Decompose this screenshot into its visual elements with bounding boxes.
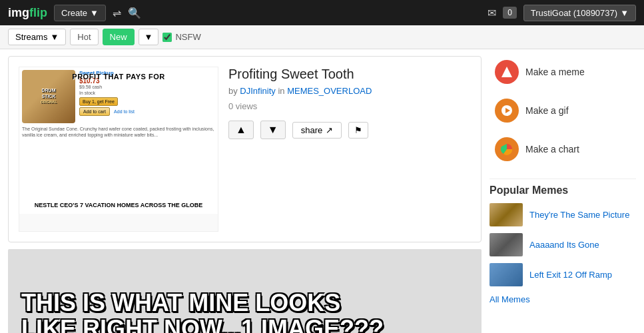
search-icon[interactable]: 🔍: [128, 7, 141, 19]
user-label: TrustiGoat (10890737): [531, 8, 617, 18]
vote-row: ▲ ▼ share ↗ ⚑: [228, 121, 471, 139]
product-mock: DRUMSTICKORIGINAL Sweet Pickup $10.73 $9…: [19, 67, 218, 214]
product-left: DRUMSTICKORIGINAL: [22, 70, 75, 123]
share-icon: ↗: [326, 125, 333, 135]
streams-label: Streams: [15, 32, 47, 42]
post-meta: by DJInfinity in MEMES_OVERLOAD: [228, 86, 471, 96]
downvote-button[interactable]: ▼: [260, 121, 286, 139]
popular-meme-thumb-2: [489, 233, 523, 256]
make-chart-label: Make a chart: [525, 144, 579, 155]
product-cta: Buy 1, get Free: [79, 97, 118, 106]
sub-navigation: Streams ▼ Hot New ▼ NSFW: [0, 25, 644, 49]
notification-badge[interactable]: 0: [503, 7, 517, 19]
nsfw-toggle[interactable]: NSFW: [162, 32, 200, 42]
nsfw-checkbox[interactable]: [162, 33, 172, 42]
popular-meme-name-1: They're The Same Picture: [529, 210, 629, 220]
top-navigation: imgflip Create ▼ ⇌ 🔍 ✉ 0 TrustiGoat (108…: [0, 0, 644, 25]
make-gif-label: Make a gif: [525, 105, 569, 116]
meme-screenshot-area: THIS IS WHAT MINE LOOKS LIKE RIGHT NOW..…: [8, 249, 482, 333]
logo[interactable]: imgflip: [8, 6, 47, 20]
nsfw-label-text: NSFW: [175, 32, 200, 42]
make-chart-button[interactable]: Make a chart: [489, 133, 636, 165]
meme-text-top: PROFIT THAT PAYS FOR: [72, 73, 164, 81]
make-gif-button[interactable]: Make a gif: [489, 95, 636, 127]
add-to-list-btn[interactable]: Add to list: [114, 109, 135, 114]
popular-meme-name-3: Left Exit 12 Off Ramp: [529, 270, 612, 280]
popular-memes-title: Popular Memes: [489, 184, 636, 196]
product-shipping: In stock: [79, 91, 215, 95]
make-meme-label: Make a meme: [525, 67, 585, 77]
post-stream-link[interactable]: MEMES_OVERLOAD: [287, 86, 372, 96]
sidebar-actions: Make a meme Make a gif Make a chart: [489, 56, 636, 165]
post-views: 0 views: [228, 101, 471, 111]
hot-sort-button[interactable]: Hot: [70, 29, 98, 45]
sidebar-divider: [489, 178, 636, 179]
sort-dropdown-icon: ▼: [145, 32, 153, 42]
popular-meme-item-2[interactable]: Aaaaand Its Gone: [489, 233, 636, 256]
mail-icon[interactable]: ✉: [487, 7, 496, 19]
add-to-cart-btn[interactable]: Add to cart: [79, 107, 110, 116]
nav-right: ✉ 0 TrustiGoat (10890737) ▼: [487, 5, 636, 21]
flag-button[interactable]: ⚑: [348, 122, 368, 139]
main-content: DRUMSTICKORIGINAL Sweet Pickup $10.73 $9…: [0, 49, 644, 333]
all-memes-link[interactable]: All Memes: [489, 294, 530, 304]
post-info: Profiting Sweet Tooth by DJInfinity in M…: [228, 67, 471, 232]
meme-icon: [495, 60, 519, 84]
create-button[interactable]: Create ▼: [54, 5, 106, 21]
big-meme-line1: THIS IS WHAT MINE LOOKS: [21, 290, 384, 316]
post-image: DRUMSTICKORIGINAL Sweet Pickup $10.73 $9…: [19, 67, 218, 214]
shuffle-icon[interactable]: ⇌: [113, 7, 121, 19]
streams-button[interactable]: Streams ▼: [8, 29, 66, 45]
post-thumbnail: DRUMSTICKORIGINAL Sweet Pickup $10.73 $9…: [19, 67, 218, 232]
popular-meme-thumb-1: [489, 203, 523, 226]
create-label: Create: [61, 8, 87, 18]
feed-area: DRUMSTICKORIGINAL Sweet Pickup $10.73 $9…: [8, 56, 482, 333]
sort-dropdown-button[interactable]: ▼: [139, 29, 159, 45]
chart-icon: [495, 137, 519, 161]
post-title: Profiting Sweet Tooth: [228, 67, 471, 82]
streams-dropdown-icon: ▼: [50, 32, 59, 42]
make-meme-button[interactable]: Make a meme: [489, 56, 636, 88]
popular-meme-item-3[interactable]: Left Exit 12 Off Ramp: [489, 263, 636, 286]
user-dropdown-icon: ▼: [620, 8, 629, 18]
nav-left: imgflip Create ▼ ⇌ 🔍: [8, 5, 141, 21]
upvote-button[interactable]: ▲: [228, 121, 254, 139]
meme-text-bottom: NESTLE CEO'S 7 VACATION HOMES ACROSS THE…: [35, 202, 203, 208]
user-menu-button[interactable]: TrustiGoat (10890737) ▼: [523, 5, 636, 21]
popular-meme-name-2: Aaaaand Its Gone: [529, 240, 599, 250]
new-sort-button[interactable]: New: [103, 29, 135, 45]
popular-meme-item-1[interactable]: They're The Same Picture: [489, 203, 636, 226]
svg-marker-0: [501, 67, 512, 77]
product-price2: $9.58 cash: [79, 85, 215, 89]
gif-icon: [495, 99, 519, 123]
logo-text: imgflip: [8, 6, 47, 20]
popular-meme-thumb-3: [489, 263, 523, 286]
big-meme-text: THIS IS WHAT MINE LOOKS LIKE RIGHT NOW..…: [21, 290, 384, 333]
sidebar: Make a meme Make a gif Make a chart: [489, 56, 636, 333]
share-label: share: [301, 125, 323, 135]
create-dropdown-icon: ▼: [90, 8, 99, 18]
big-meme-line2: LIKE RIGHT NOW...1 IMAGE???: [21, 316, 384, 333]
product-description: The Original Sundae Cone. Crunchy hard w…: [22, 126, 215, 138]
share-button[interactable]: share ↗: [292, 122, 342, 139]
post-card: DRUMSTICKORIGINAL Sweet Pickup $10.73 $9…: [8, 56, 482, 242]
drumstick-image: DRUMSTICKORIGINAL: [22, 70, 75, 123]
post-author-link[interactable]: DJInfinity: [240, 86, 275, 96]
